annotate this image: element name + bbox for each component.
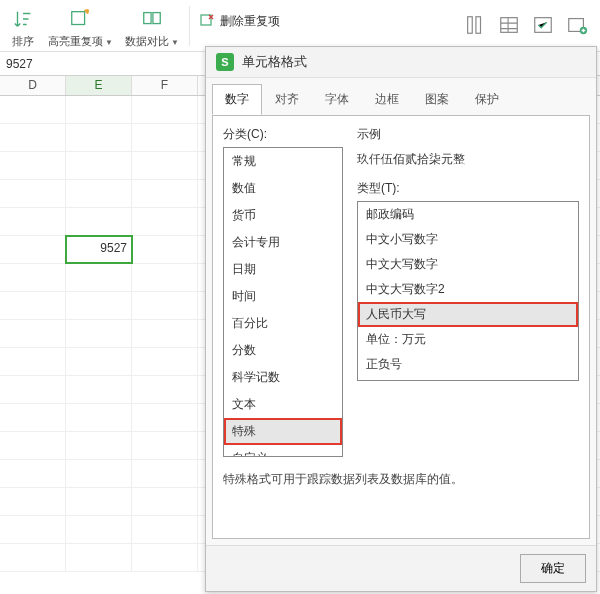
remove-duplicates-button[interactable]: 删除重复项	[194, 6, 284, 36]
svg-point-1	[86, 9, 90, 13]
toolbar: 排序 高亮重复项▼ 数据对比▼ 删除重复项	[0, 0, 600, 52]
type-item-rmb[interactable]: 人民币大写	[358, 302, 578, 327]
dialog-body: 分类(C): 常规 数值 货币 会计专用 日期 时间 百分比 分数 科学记数 文…	[212, 115, 590, 539]
tab-align[interactable]: 对齐	[262, 84, 312, 115]
category-label: 分类(C):	[223, 126, 343, 143]
dialog-titlebar: S 单元格格式	[206, 47, 596, 78]
tab-protect[interactable]: 保护	[462, 84, 512, 115]
svg-rect-7	[501, 18, 518, 33]
sort-button[interactable]: 排序	[4, 6, 42, 49]
category-item[interactable]: 分数	[224, 337, 342, 364]
sample-label: 示例	[357, 126, 579, 143]
category-item[interactable]: 百分比	[224, 310, 342, 337]
col-header[interactable]: F	[132, 76, 198, 95]
type-item[interactable]: 单位：万元	[358, 327, 578, 352]
tab-pattern[interactable]: 图案	[412, 84, 462, 115]
category-item[interactable]: 日期	[224, 256, 342, 283]
sort-icon	[10, 6, 36, 32]
cell-format-dialog: S 单元格格式 数字 对齐 字体 边框 图案 保护 分类(C): 常规 数值 货…	[205, 46, 597, 592]
tab-font[interactable]: 字体	[312, 84, 362, 115]
category-item[interactable]: 会计专用	[224, 229, 342, 256]
svg-rect-0	[72, 12, 85, 25]
category-list[interactable]: 常规 数值 货币 会计专用 日期 时间 百分比 分数 科学记数 文本 特殊 自定…	[223, 147, 343, 457]
selected-cell[interactable]: 9527	[66, 236, 132, 263]
category-item[interactable]: 常规	[224, 148, 342, 175]
category-item[interactable]: 数值	[224, 175, 342, 202]
table-icon[interactable]	[498, 14, 522, 38]
type-label: 类型(T):	[357, 180, 579, 197]
type-item[interactable]: 邮政编码	[358, 202, 578, 227]
remove-dup-label: 删除重复项	[220, 13, 280, 30]
dialog-footer: 确定	[206, 545, 596, 591]
type-list[interactable]: 邮政编码 中文小写数字 中文大写数字 中文大写数字2 人民币大写 单位：万元 正…	[357, 201, 579, 381]
data-compare-label: 数据对比▼	[125, 34, 179, 49]
col-header[interactable]: E	[66, 76, 132, 95]
tab-number[interactable]: 数字	[212, 84, 262, 115]
svg-rect-6	[476, 17, 481, 34]
col-header[interactable]: D	[0, 76, 66, 95]
category-item[interactable]: 货币	[224, 202, 342, 229]
separator	[189, 6, 190, 46]
data-compare-icon	[139, 6, 165, 32]
data-compare-button[interactable]: 数据对比▼	[119, 6, 185, 49]
validate-icon[interactable]	[532, 14, 556, 38]
sample-value: 玖仟伍佰贰拾柒元整	[357, 147, 579, 180]
formula-value: 9527	[0, 54, 39, 74]
insert-icon[interactable]	[566, 14, 590, 38]
wps-logo-icon: S	[216, 53, 234, 71]
sort-label: 排序	[12, 34, 34, 49]
highlight-dup-icon	[67, 6, 93, 32]
chevron-down-icon: ▼	[105, 38, 113, 47]
type-item[interactable]: 中文小写数字	[358, 227, 578, 252]
chevron-down-icon: ▼	[171, 38, 179, 47]
svg-rect-5	[468, 17, 473, 34]
dialog-title: 单元格格式	[242, 53, 307, 71]
category-item-special[interactable]: 特殊	[224, 418, 342, 445]
hint-text: 特殊格式可用于跟踪数据列表及数据库的值。	[223, 471, 579, 488]
category-item[interactable]: 时间	[224, 283, 342, 310]
category-item[interactable]: 科学记数	[224, 364, 342, 391]
ok-button[interactable]: 确定	[520, 554, 586, 583]
category-item[interactable]: 文本	[224, 391, 342, 418]
category-item[interactable]: 自定义	[224, 445, 342, 457]
right-toolbar-icons	[464, 6, 596, 38]
highlight-dup-label: 高亮重复项▼	[48, 34, 113, 49]
svg-rect-2	[144, 13, 151, 24]
column-icon[interactable]	[464, 14, 488, 38]
highlight-duplicates-button[interactable]: 高亮重复项▼	[42, 6, 119, 49]
remove-dup-icon	[198, 12, 216, 30]
svg-rect-3	[153, 13, 160, 24]
type-item[interactable]: 正负号	[358, 352, 578, 377]
type-item[interactable]: 中文大写数字	[358, 252, 578, 277]
dialog-tabs: 数字 对齐 字体 边框 图案 保护	[206, 78, 596, 115]
type-item[interactable]: 中文大写数字2	[358, 277, 578, 302]
tab-border[interactable]: 边框	[362, 84, 412, 115]
